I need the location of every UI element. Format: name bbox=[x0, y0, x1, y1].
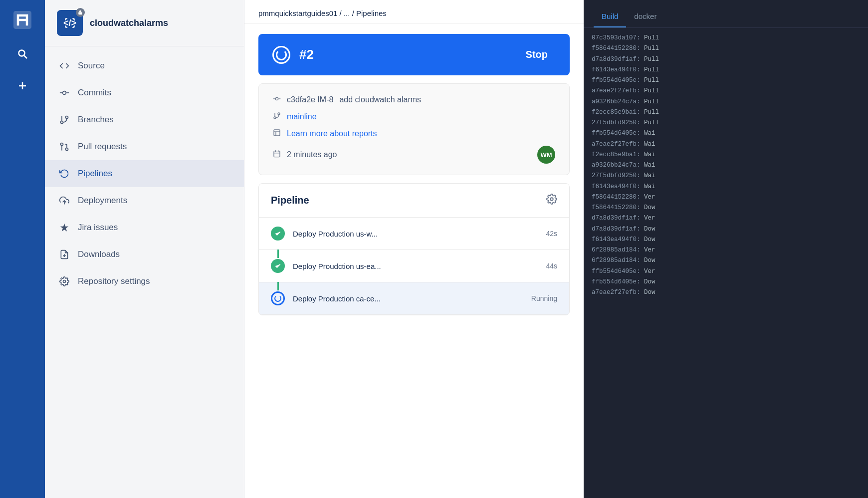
log-line: ffb554d6405e: Dow bbox=[592, 277, 860, 287]
sidebar-item-commits-label: Commits bbox=[78, 88, 111, 98]
branch-link[interactable]: mainline bbox=[287, 112, 317, 121]
sidebar-item-jira[interactable]: Jira issues bbox=[45, 214, 244, 241]
branches-icon bbox=[59, 114, 70, 125]
lock-badge bbox=[76, 8, 85, 17]
pipeline-header-card: #2 Stop bbox=[258, 34, 570, 75]
log-action: Pull bbox=[644, 109, 659, 116]
step-running-icon-3 bbox=[271, 291, 285, 305]
log-line: 27f5dbfd9250: Pull bbox=[592, 118, 860, 128]
log-line: f6143ea494f0: Pull bbox=[592, 65, 860, 75]
stop-button[interactable]: Stop bbox=[518, 45, 556, 64]
log-line: f2ecc85e9ba1: Pull bbox=[592, 107, 860, 118]
branch-row: mainline bbox=[273, 112, 555, 122]
step-status-3: Running bbox=[531, 294, 557, 302]
jira-icon bbox=[59, 222, 70, 233]
commit-link[interactable]: c3dfa2e IM-8 bbox=[287, 95, 333, 104]
pipelines-content: #2 Stop c3dfa2e IM-8 add cl bbox=[244, 24, 584, 498]
sidebar-item-branches[interactable]: Branches bbox=[45, 106, 244, 133]
log-line: a9326bb24c7a: Pull bbox=[592, 97, 860, 107]
breadcrumb-part-1: pmmquickstartguides01 bbox=[258, 9, 337, 17]
log-action: Wai bbox=[644, 162, 655, 169]
log-hash: f2ecc85e9ba1: bbox=[592, 109, 641, 116]
svg-rect-5 bbox=[78, 12, 82, 15]
svg-point-1 bbox=[19, 50, 25, 56]
settings-icon bbox=[59, 276, 70, 287]
step-connector-1 bbox=[277, 249, 279, 258]
log-line: d7a8d39df1af: Pull bbox=[592, 54, 860, 65]
branch-icon bbox=[273, 112, 281, 122]
sidebar-item-source[interactable]: Source bbox=[45, 52, 244, 79]
log-action: Ver bbox=[644, 268, 655, 275]
log-action: Dow bbox=[644, 226, 655, 233]
log-hash: f6143ea494f0: bbox=[592, 66, 641, 73]
sidebar-item-settings[interactable]: Repository settings bbox=[45, 268, 244, 295]
search-button[interactable] bbox=[12, 44, 32, 64]
svg-point-10 bbox=[66, 116, 68, 119]
commit-message: add cloudwatch alarms bbox=[339, 95, 421, 104]
log-line: f2ecc85e9ba1: Wai bbox=[592, 150, 860, 160]
log-hash: ffb554d6405e: bbox=[592, 130, 641, 137]
sidebar-item-jira-label: Jira issues bbox=[78, 223, 118, 233]
log-line: d7a8d39df1af: Ver bbox=[592, 213, 860, 224]
step-name-1: Deploy Production us-w... bbox=[293, 230, 538, 238]
svg-point-18 bbox=[275, 97, 278, 100]
pipeline-step-3[interactable]: Deploy Production ca-ce... Running bbox=[259, 282, 569, 315]
step-connector-2 bbox=[277, 282, 279, 290]
log-line: a7eae2f27efb: Wai bbox=[592, 139, 860, 150]
pipeline-card-header: Pipeline bbox=[259, 184, 569, 218]
log-line: a7eae2f27efb: Pull bbox=[592, 86, 860, 96]
log-hash: f58644152280: bbox=[592, 194, 641, 201]
sidebar: </> cloudwatchalarms Source bbox=[45, 0, 244, 498]
log-action: Pull bbox=[644, 119, 659, 126]
step-check-icon-1 bbox=[271, 227, 285, 241]
svg-point-31 bbox=[550, 198, 553, 201]
sidebar-item-pipelines[interactable]: Pipelines bbox=[45, 160, 244, 187]
pipeline-step-2[interactable]: Deploy Proudction us-ea... 44s bbox=[259, 250, 569, 282]
pull-requests-icon bbox=[59, 141, 70, 152]
pipeline-settings-button[interactable] bbox=[546, 194, 557, 207]
log-line: ffb554d6405e: Ver bbox=[592, 266, 860, 277]
log-hash: a7eae2f27efb: bbox=[592, 141, 641, 148]
tab-build[interactable]: Build bbox=[594, 6, 626, 27]
log-line: ffb554d6405e: Wai bbox=[592, 128, 860, 139]
log-hash: ffb554d6405e: bbox=[592, 268, 641, 275]
log-hash: d7a8d39df1af: bbox=[592, 226, 641, 233]
add-button[interactable] bbox=[12, 76, 32, 96]
step-time-2: 44s bbox=[546, 262, 557, 270]
reports-icon bbox=[273, 129, 281, 139]
pipelines-icon bbox=[59, 168, 70, 179]
tab-docker[interactable]: docker bbox=[626, 6, 664, 27]
log-action: Pull bbox=[644, 45, 659, 52]
log-action: Wai bbox=[644, 183, 655, 190]
sidebar-item-pull-requests[interactable]: Pull requests bbox=[45, 133, 244, 160]
log-action: Wai bbox=[644, 172, 655, 179]
step-time-1: 42s bbox=[546, 230, 557, 238]
log-action: Wai bbox=[644, 151, 655, 158]
log-action: Dow bbox=[644, 289, 655, 296]
pipeline-step-1[interactable]: Deploy Production us-w... 42s bbox=[259, 218, 569, 250]
log-line: a7eae2f27efb: Dow bbox=[592, 287, 860, 298]
sidebar-nav: Source Commits Br bbox=[45, 46, 244, 498]
log-hash: ffb554d6405e: bbox=[592, 77, 641, 84]
deployments-icon bbox=[59, 195, 70, 206]
log-line: 6f28985ad184: Dow bbox=[592, 255, 860, 266]
learn-more-link[interactable]: Learn more about reports bbox=[287, 129, 377, 138]
sidebar-item-downloads[interactable]: Downloads bbox=[45, 241, 244, 268]
timestamp: 2 minutes ago bbox=[287, 150, 337, 159]
log-line: 07c3593da107: Pull bbox=[592, 33, 860, 43]
log-action: Ver bbox=[644, 247, 655, 253]
commit-row: c3dfa2e IM-8 add cloudwatch alarms bbox=[273, 95, 555, 105]
sidebar-item-deployments[interactable]: Deployments bbox=[45, 187, 244, 214]
log-hash: 07c3593da107: bbox=[592, 34, 641, 41]
timestamp-group: 2 minutes ago bbox=[273, 150, 337, 160]
log-action: Dow bbox=[644, 236, 655, 243]
log-line: f6143ea494f0: Wai bbox=[592, 182, 860, 192]
pipeline-section-title: Pipeline bbox=[271, 195, 309, 206]
reports-row: Learn more about reports bbox=[273, 129, 555, 139]
sidebar-item-commits[interactable]: Commits bbox=[45, 79, 244, 106]
log-hash: 27f5dbfd9250: bbox=[592, 119, 641, 126]
app-logo[interactable] bbox=[10, 8, 34, 32]
log-action: Pull bbox=[644, 87, 659, 94]
log-line: d7a8d39df1af: Dow bbox=[592, 224, 860, 235]
step-check-icon-2 bbox=[271, 259, 285, 273]
